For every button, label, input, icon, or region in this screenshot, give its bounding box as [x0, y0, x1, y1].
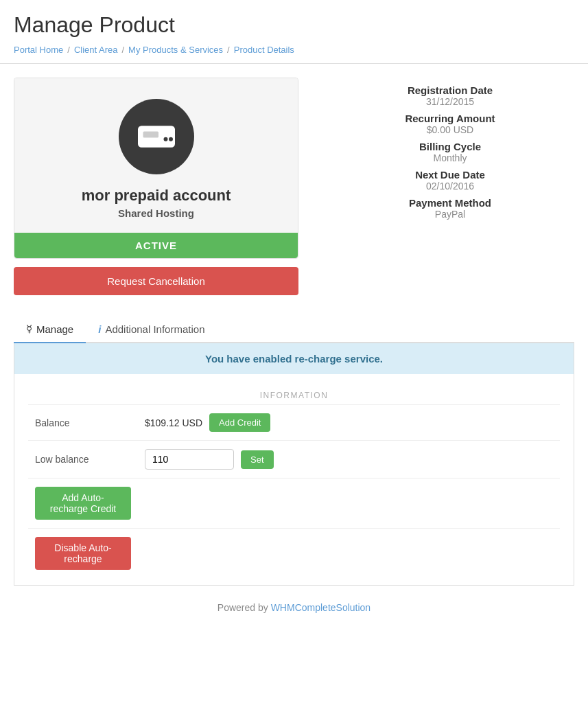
breadcrumb: Portal Home / Client Area / My Products …	[14, 45, 574, 55]
breadcrumb-product-details[interactable]: Product Details	[234, 45, 294, 55]
svg-rect-6	[143, 132, 158, 138]
svg-point-4	[163, 137, 167, 141]
breadcrumb-sep-2: /	[121, 45, 124, 55]
tabs-section: ☿ Manage i Additional Information You ha…	[0, 316, 588, 586]
recurring-amount-value: $0.00 USD	[326, 124, 574, 135]
billing-cycle-value: Monthly	[326, 152, 574, 163]
registration-date-value: 31/12/2015	[326, 96, 574, 107]
low-balance-cell: Set	[138, 441, 560, 478]
payment-method-item: Payment Method PayPal	[326, 197, 574, 220]
breadcrumb-client-area[interactable]: Client Area	[74, 45, 118, 55]
info-table: Balance $109.12 USD Add Credit Low balan…	[28, 404, 560, 578]
info-section: INFORMATION Balance $109.12 USD Add Cred…	[14, 374, 574, 585]
low-balance-input[interactable]	[145, 449, 234, 470]
add-autorecharge-button[interactable]: Add Auto-recharge Credit	[35, 487, 131, 520]
balance-label: Balance	[28, 405, 138, 441]
recurring-amount-label: Recurring Amount	[326, 113, 574, 124]
balance-cell: $109.12 USD Add Credit	[138, 405, 560, 440]
next-due-date-value: 02/10/2016	[326, 181, 574, 192]
info-section-title: INFORMATION	[28, 381, 560, 404]
globe-icon: ☿	[26, 323, 32, 335]
svg-point-5	[169, 137, 173, 141]
footer-text: Powered by	[217, 602, 271, 613]
next-due-date-item: Next Due Date 02/10/2016	[326, 169, 574, 192]
add-credit-button[interactable]: Add Credit	[209, 413, 270, 432]
hdd-icon	[136, 119, 177, 154]
low-balance-row: Low balance Set	[28, 441, 560, 479]
tabs-nav: ☿ Manage i Additional Information	[14, 316, 574, 343]
product-icon-circle	[119, 99, 194, 174]
info-icon: i	[98, 323, 101, 335]
product-info-box: mor prepaid account Shared Hosting	[14, 78, 298, 233]
billing-cycle-label: Billing Cycle	[326, 141, 574, 152]
page-header: Manage Product Portal Home / Client Area…	[0, 0, 588, 64]
product-card-wrapper: mor prepaid account Shared Hosting ACTIV…	[14, 78, 298, 259]
disable-autorecharge-button[interactable]: Disable Auto-recharge	[35, 537, 131, 570]
registration-date-item: Registration Date 31/12/2015	[326, 84, 574, 107]
tab-manage-label: Manage	[36, 323, 73, 335]
recurring-amount-item: Recurring Amount $0.00 USD	[326, 113, 574, 135]
payment-method-value: PayPal	[326, 209, 574, 220]
footer: Powered by WHMCompleteSolution	[0, 586, 588, 624]
disable-autorecharge-cell: Disable Auto-recharge	[28, 529, 138, 578]
product-card: mor prepaid account Shared Hosting ACTIV…	[14, 78, 298, 295]
add-autorecharge-row: Add Auto-recharge Credit	[28, 479, 560, 529]
page-title: Manage Product	[14, 12, 574, 38]
next-due-date-label: Next Due Date	[326, 169, 574, 181]
breadcrumb-portal-home[interactable]: Portal Home	[14, 45, 63, 55]
tab-additional-label: Additional Information	[105, 323, 204, 335]
cancel-button[interactable]: Request Cancellation	[14, 267, 298, 295]
tab-manage[interactable]: ☿ Manage	[14, 316, 86, 343]
status-bar: ACTIVE	[14, 233, 298, 258]
breadcrumb-sep-1: /	[67, 45, 70, 55]
payment-method-label: Payment Method	[326, 197, 574, 209]
breadcrumb-my-products[interactable]: My Products & Services	[128, 45, 223, 55]
product-details: Registration Date 31/12/2015 Recurring A…	[326, 78, 574, 225]
billing-cycle-item: Billing Cycle Monthly	[326, 141, 574, 163]
main-content: mor prepaid account Shared Hosting ACTIV…	[0, 64, 588, 309]
balance-row: Balance $109.12 USD Add Credit	[28, 405, 560, 441]
footer-link[interactable]: WHMCompleteSolution	[271, 602, 371, 613]
breadcrumb-sep-3: /	[227, 45, 230, 55]
balance-value: $109.12 USD	[145, 417, 202, 428]
add-autorecharge-cell: Add Auto-recharge Credit	[28, 479, 138, 528]
registration-date-label: Registration Date	[326, 84, 574, 96]
product-type: Shared Hosting	[118, 207, 194, 219]
set-button[interactable]: Set	[241, 450, 274, 469]
tab-additional[interactable]: i Additional Information	[86, 316, 217, 343]
low-balance-label: Low balance	[28, 441, 138, 479]
product-name: mor prepaid account	[82, 187, 231, 205]
tab-content-manage: You have enabled re-charge service. INFO…	[14, 343, 574, 586]
disable-autorecharge-row: Disable Auto-recharge	[28, 529, 560, 579]
recharge-alert: You have enabled re-charge service.	[14, 343, 574, 374]
